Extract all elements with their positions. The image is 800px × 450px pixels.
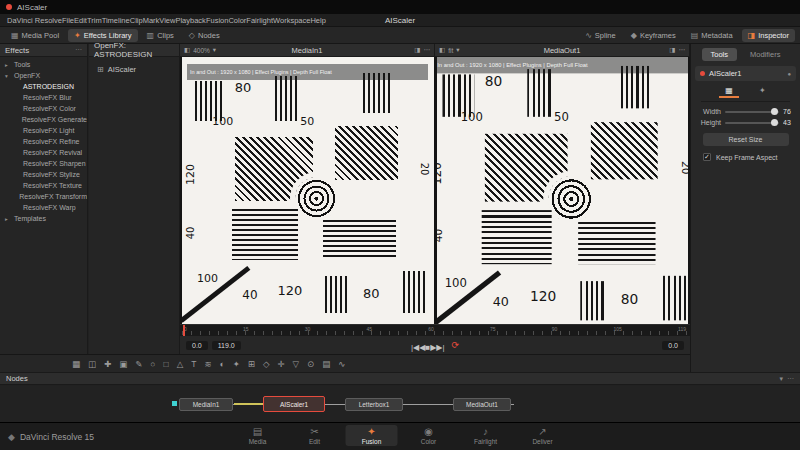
node-tool-icon[interactable]: ◫ (88, 359, 96, 369)
node-tool-icon[interactable]: T (191, 359, 196, 369)
menu-item[interactable]: Timeline (102, 16, 130, 25)
tree-expand-icon[interactable]: ▸ (5, 216, 11, 222)
effects-tree-item[interactable]: ResolveFX Texture (0, 180, 87, 191)
viewer-zoom-value[interactable]: 400% (193, 47, 210, 54)
node-tool-icon[interactable]: ✛ (277, 359, 284, 369)
effects-tree-item[interactable]: ▸ Tools (0, 59, 87, 70)
node-tool-icon[interactable]: ≋ (204, 359, 211, 369)
render-end-field[interactable]: 119.0 (212, 341, 241, 350)
width-value[interactable]: 76 (783, 108, 796, 115)
page-tab[interactable]: ✦ Fusion (346, 425, 398, 446)
height-value[interactable]: 43 (783, 119, 796, 126)
node-tool-icon[interactable]: ∿ (338, 359, 345, 369)
node-letterbox1[interactable]: Letterbox1 (345, 398, 403, 411)
node-tool-icon[interactable]: ▤ (322, 359, 330, 369)
menu-item[interactable]: DaVinci Resolve (7, 16, 62, 25)
effects-tree-item[interactable]: ResolveFX Generate (0, 114, 87, 125)
node-tool-icon[interactable]: ⊙ (307, 359, 314, 369)
node-tool-icon[interactable]: ▣ (119, 359, 127, 369)
node-graph[interactable]: MediaIn1 AIScaler1 Letterbox1 MediaOut1 (0, 386, 800, 422)
transport-button[interactable]: |◀ (411, 343, 419, 352)
viewer-split-icon[interactable]: ◧ (439, 46, 445, 54)
node-tool-icon[interactable]: ○ (150, 359, 155, 369)
tree-expand-icon[interactable]: ▾ (5, 73, 11, 79)
effects-tree-item[interactable]: ResolveFX Stylize (0, 169, 87, 180)
current-frame-field[interactable]: 0.0 (662, 341, 684, 350)
keep-frame-aspect-checkbox[interactable]: ✓ (703, 153, 711, 161)
chevron-down-icon[interactable]: ▾ (456, 46, 459, 54)
node-tool-icon[interactable]: ⊞ (248, 359, 255, 369)
effects-tree-item[interactable]: ResolveFX Sharpen (0, 158, 87, 169)
width-slider-knob[interactable] (771, 108, 778, 115)
page-tab[interactable]: ♪ Fairlight (460, 425, 512, 446)
loop-button[interactable]: ⟳ (452, 340, 460, 350)
page-tab[interactable]: ▤ Media (232, 425, 284, 446)
toolbar-button[interactable]: ▦ Media Pool (5, 29, 65, 42)
menu-item[interactable]: Help (310, 16, 325, 25)
node-tool-icon[interactable]: ◇ (263, 359, 270, 369)
effects-tree-item[interactable]: ResolveFX Transform (0, 191, 87, 202)
menu-item[interactable]: File (62, 16, 74, 25)
inspector-node-row[interactable]: AIScaler1 ● (695, 66, 796, 81)
node-tool-icon[interactable]: ✚ (104, 359, 111, 369)
viewer-overlay-icon[interactable]: ◨ (669, 46, 675, 54)
inspector-tab[interactable]: Modifiers (741, 48, 789, 61)
timeline-ruler[interactable]: 0153045607590105119 (180, 324, 690, 336)
controls-subtab-icon[interactable]: ▦ (719, 85, 739, 98)
effects-tree-item[interactable]: ResolveFX Color (0, 103, 87, 114)
menu-item[interactable]: Trim (87, 16, 102, 25)
page-tab[interactable]: ✂ Edit (289, 425, 341, 446)
effects-tree-item[interactable]: ResolveFX Refine (0, 136, 87, 147)
effects-tree-item[interactable]: ▸ Templates (0, 213, 87, 224)
node-tool-icon[interactable]: ◐ (220, 359, 225, 369)
node-tool-icon[interactable]: ✎ (135, 359, 142, 369)
node-mediaout1[interactable]: MediaOut1 (453, 398, 511, 411)
render-start-field[interactable]: 0.0 (186, 341, 208, 350)
tree-expand-icon[interactable]: ▸ (5, 62, 11, 68)
effects-tree-item[interactable]: ResolveFX Blur (0, 92, 87, 103)
viewer-mediaout[interactable]: In and Out : 1920 x 1080 | Effect Plugin… (437, 57, 689, 324)
node-tool-icon[interactable]: □ (163, 359, 168, 369)
node-aiscaler1[interactable]: AIScaler1 (263, 396, 325, 412)
menu-item[interactable]: Workspace (273, 16, 310, 25)
node-mediain1[interactable]: MediaIn1 (179, 398, 233, 411)
transport-button[interactable]: ▶| (436, 343, 444, 352)
settings-subtab-icon[interactable]: ✦ (753, 85, 772, 98)
viewer-menu-icon[interactable]: ⋯ (424, 46, 431, 54)
menu-item[interactable]: Color (228, 16, 246, 25)
menu-item[interactable]: View (159, 16, 175, 25)
panel-menu-icon[interactable]: ⋯ (787, 375, 794, 383)
viewer-overlay-icon[interactable]: ◨ (414, 46, 420, 54)
toolbar-button[interactable]: ✦ Effects Library (68, 29, 138, 42)
node-tool-icon[interactable]: △ (177, 359, 184, 369)
node-enable-toggle[interactable]: ● (787, 71, 791, 77)
toolbar-button[interactable]: ◆ Keyframes (625, 29, 682, 42)
toolbar-button[interactable]: ▤ Metadata (685, 29, 739, 42)
panel-menu-icon[interactable]: ⋯ (75, 46, 82, 54)
menu-item[interactable]: Clip (130, 16, 143, 25)
height-slider[interactable] (725, 122, 779, 124)
menu-item[interactable]: Fairlight (246, 16, 273, 25)
page-tab[interactable]: ◉ Color (403, 425, 455, 446)
toolbar-button[interactable]: ◇ Nodes (183, 29, 226, 42)
toolbar-button[interactable]: ∿ Spline (579, 29, 622, 42)
viewer-split-icon[interactable]: ◧ (184, 46, 190, 54)
viewer-menu-icon[interactable]: ⋯ (679, 46, 686, 54)
effects-tree-item[interactable]: ResolveFX Revival (0, 147, 87, 158)
node-tool-icon[interactable]: ▽ (293, 359, 300, 369)
menu-item[interactable]: Edit (74, 16, 87, 25)
viewer-mediain[interactable]: In and Out : 1920 x 1080 | Effect Plugin… (182, 57, 434, 324)
chevron-down-icon[interactable]: ▾ (213, 46, 216, 54)
openfx-item-aiscaler[interactable]: ⊞ AIScaler (89, 57, 179, 74)
height-slider-knob[interactable] (771, 119, 778, 126)
effects-tree-item[interactable]: ASTRODESIGN (0, 81, 87, 92)
node-tool-icon[interactable]: ▦ (72, 359, 80, 369)
reset-size-button[interactable]: Reset Size (703, 133, 789, 146)
toolbar-button[interactable]: ▥ Clips (141, 29, 180, 42)
page-tab[interactable]: ↗ Deliver (517, 425, 569, 446)
width-slider[interactable] (725, 111, 779, 113)
effects-tree-item[interactable]: ResolveFX Light (0, 125, 87, 136)
effects-tree-item[interactable]: ▾ OpenFX (0, 70, 87, 81)
menu-item[interactable]: Mark (143, 16, 160, 25)
menu-item[interactable]: Fusion (206, 16, 229, 25)
